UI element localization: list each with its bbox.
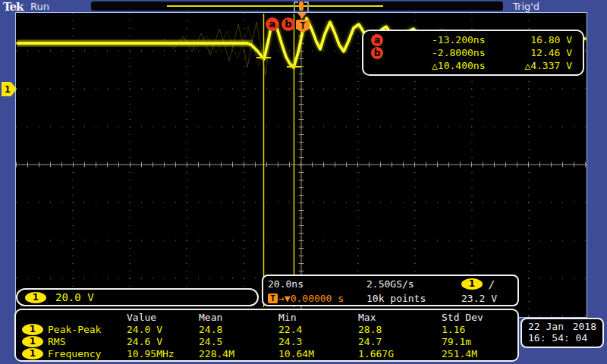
cursor-b-badge: b [371,47,383,59]
col-header-min: Min [278,312,358,323]
trigger-source-badge: 1 [461,278,483,290]
acquisition-status: Run [30,1,49,12]
measurements-panel: Value Mean Min Max Std Dev 1Peak-Peak 24… [14,309,519,362]
measurement-min: 24.3 [278,336,358,347]
cursor-a-badge: a [371,34,383,46]
horizontal-scale: 20.0ns [268,278,366,290]
channel1-scale-box[interactable]: 1 20.0 V [16,288,259,306]
cursor-lines [256,14,301,307]
channel1-vertical-scale: 20.0 V [55,291,94,303]
sample-rate: 2.50GS/s [366,278,461,290]
trigger-slope-rising-icon: / [489,278,495,290]
trigger-level-marker-icon: ▼ [285,293,291,304]
measurement-row-frequency: 1Frequency 10.95MHz 228.4M 10.64M 1.667G… [22,347,513,359]
measurement-row-rms: 1RMS 24.6 V 24.5 24.3 24.7 79.1m [22,335,513,347]
measurement-min: 10.64M [278,348,358,359]
record-view-trigger-marker[interactable] [294,2,309,11]
measurement-max: 28.8 [358,324,442,335]
cursor-a-voltage: 16.80 V [486,34,573,46]
record-view-bar[interactable] [91,2,503,11]
measurement-min: 22.4 [278,324,358,335]
measurements-header-row: Value Mean Min Max Std Dev [22,311,513,323]
measurement-mean: 24.5 [199,336,278,347]
cursor-b-voltage: 12.46 V [486,47,573,58]
measurement-name: Frequency [48,348,101,359]
measurement-stddev: 79.1m [442,336,513,347]
trigger-position-caret-icon[interactable] [297,13,307,19]
datetime-box: 22 Jan 2018 16: 54: 04 [521,318,604,348]
trigger-status: Trig'd [513,1,539,12]
record-view-waveform-line [167,5,383,7]
arrow-right-icon: → [278,293,285,304]
measurement-stddev: 1.16 [442,324,513,335]
measurement-max: 1.667G [358,348,442,359]
channel1-badge: 1 [25,292,46,303]
measurement-row-peak-peak: 1Peak-Peak 24.0 V 24.8 22.4 28.8 1.16 [22,323,513,335]
channel1-badge: 1 [22,348,43,359]
measurement-max: 24.7 [358,336,442,347]
col-header-mean: Mean [199,312,278,323]
cursor-delta-time: △10.400ns [398,60,486,71]
measurement-name: RMS [48,336,65,347]
trigger-position-readout: T → ▼ 0.00000 s [268,293,366,304]
cursor-b-time: -2.8000ns [398,47,486,58]
cursor-a-marker[interactable]: a [266,17,279,31]
time-label: 16: 54: 04 [528,332,587,344]
measurement-name: Peak-Peak [48,324,101,335]
col-header-value: Value [127,312,199,323]
trigger-t-icon: T [268,293,278,303]
trigger-position-value: 0.00000 s [291,293,344,304]
cursor-b-marker[interactable]: b [281,17,295,31]
trigger-position-icon [299,2,304,11]
measurement-stddev: 251.4M [442,348,513,359]
top-status-bar: Tek Run Trig'd [0,0,607,13]
channel1-badge: 1 [22,336,43,347]
channel1-ground-marker[interactable]: 1 [2,82,17,96]
cursor-delta-voltage: △4.337 V [486,60,573,71]
channel1-badge: 1 [22,324,43,335]
horizontal-trigger-box: 20.0ns 2.50GS/s 1 / T → ▼ 0.00000 s 10k … [262,275,519,306]
measurement-value: 24.0 V [127,324,199,335]
date-label: 22 Jan [528,321,564,332]
measurement-mean: 228.4M [199,348,278,359]
record-length: 10k points [366,293,461,304]
col-header-stddev: Std Dev [442,312,513,323]
col-header-max: Max [358,312,442,323]
year-label: 2018 [573,321,596,332]
cursor-readout-box: a -13.200ns 16.80 V b -2.8000ns 12.46 V … [362,30,584,76]
measurement-value: 10.95MHz [127,348,199,359]
cursor-a-time: -13.200ns [398,34,486,46]
trigger-level-value: 23.2 V [461,293,497,304]
measurement-mean: 24.8 [199,324,278,335]
measurement-value: 24.6 V [127,336,199,347]
